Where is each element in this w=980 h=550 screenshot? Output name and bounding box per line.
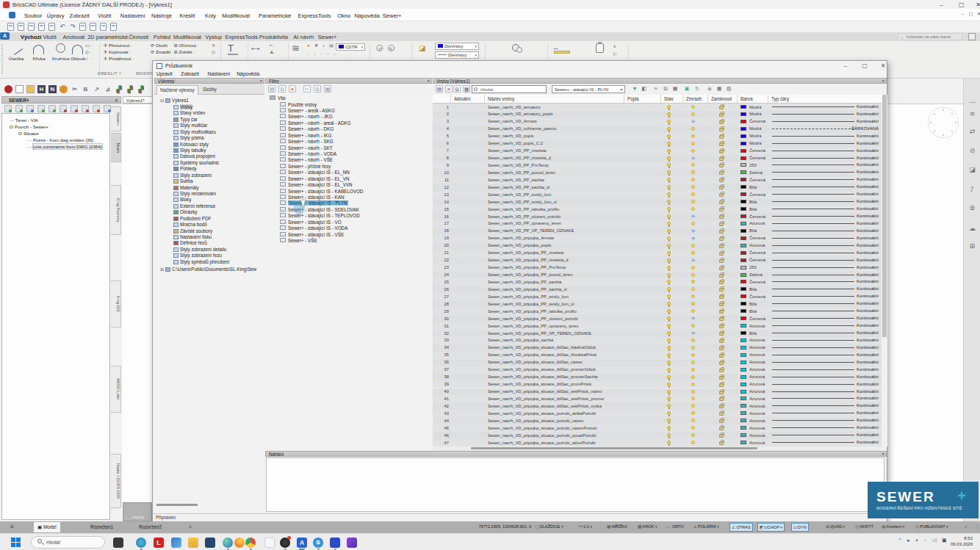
- windows-start-button[interactable]: [11, 538, 21, 547]
- save-h-icon[interactable]: H: [37, 85, 46, 93]
- freeze-sun-icon[interactable]: [691, 302, 695, 305]
- layout-tab-model[interactable]: ▣ Model: [34, 522, 60, 532]
- tree-item-stylyzobrazenezu[interactable]: Styly zobrazení řezu: [173, 253, 222, 258]
- taskbar-icon-l-red-app[interactable]: L: [154, 538, 164, 548]
- color-swatch[interactable]: [741, 397, 746, 400]
- more-dots-icon[interactable]: ⋮: [976, 523, 980, 532]
- filter-item-8[interactable]: Sewer+ - návrh - VODA: [280, 151, 336, 156]
- cloud-icon[interactable]: ☁: [967, 224, 978, 233]
- layer-row[interactable]: 2Sewer_navrh_VD_armatury_popisModráKonti…: [433, 111, 882, 118]
- layer-row[interactable]: 11Sewer_navrh_VD_PP_sachtaČervenáKontinu…: [433, 176, 882, 184]
- tool-polygon[interactable]: ○ ·: [85, 56, 91, 61]
- status-bulb-icon[interactable]: [667, 251, 671, 255]
- layer-row[interactable]: 22Sewer_navrh_VD_pripojka_PP_niveleta_d✳…: [433, 257, 882, 264]
- view-compass[interactable]: [928, 107, 959, 138]
- arrows-icon[interactable]: ⇄: [967, 127, 978, 136]
- tool-oříznout[interactable]: ⧉ Oříznout ·: [174, 43, 199, 48]
- layer-row[interactable]: 15Sewer_navrh_VD_PP_tabulka_profiluBíláK…: [433, 206, 882, 213]
- lock-icon[interactable]: [719, 441, 724, 445]
- tool-přesunout[interactable]: ✛ Přesunout ·: [104, 43, 132, 48]
- lock-icon[interactable]: [719, 281, 724, 284]
- tree-item-datovpropojen[interactable]: Datová propojení: [173, 153, 215, 159]
- color-swatch[interactable]: [741, 433, 746, 437]
- side-tab-kinggis[interactable]: King GIS: [111, 281, 121, 328]
- status-bulb-icon[interactable]: [667, 302, 671, 305]
- freeze-sun-icon[interactable]: [691, 361, 695, 364]
- menu-nastaven[interactable]: Nastavení: [120, 12, 145, 19]
- freeze-sun-icon[interactable]: [691, 163, 695, 167]
- layer-row[interactable]: 43Sewer_navrh_VD_pripojka_situace_potrub…: [433, 410, 882, 417]
- print-icon[interactable]: [48, 23, 55, 31]
- filter-item-19[interactable]: Sewer+ - stávající IS - VO: [280, 220, 342, 225]
- publish-icon[interactable]: [60, 85, 68, 93]
- color-swatch[interactable]: [741, 112, 746, 116]
- menu-okno[interactable]: Okno: [337, 12, 350, 19]
- status-bulb-icon[interactable]: [667, 390, 671, 394]
- freeze-snowflake-icon[interactable]: ✳: [691, 236, 696, 240]
- column-header-0[interactable]: Aktuální: [454, 96, 471, 101]
- color-swatch[interactable]: [741, 251, 746, 255]
- lock-icon[interactable]: [719, 113, 724, 117]
- toggle-uchop[interactable]: ◩UCHOP ▾: [757, 523, 785, 532]
- color-swatch[interactable]: [741, 120, 746, 123]
- clipboard-icon[interactable]: [596, 43, 604, 53]
- color-swatch[interactable]: [741, 244, 746, 247]
- status-bulb-icon[interactable]: [667, 258, 671, 262]
- tool-kopírovat[interactable]: ✛ Kopírovat ·: [104, 49, 131, 54]
- color-swatch[interactable]: [741, 324, 746, 328]
- menu-parametrick[interactable]: Parametrické: [259, 12, 291, 19]
- tree-item-stylymultiodkazu[interactable]: Styly multiodkazu: [173, 129, 216, 134]
- undo-icon[interactable]: ↶: [58, 22, 67, 31]
- layer-row[interactable]: 28Sewer_navrh_VD_pripojka_PP_svisly_lom_…: [433, 300, 882, 308]
- taskbar-icon-save-app[interactable]: [330, 538, 340, 548]
- tree-root-path[interactable]: ⊞ C:\Users\Public\Documents\SL-King\Sew: [160, 267, 256, 272]
- layers-icon[interactable]: ≋: [967, 109, 978, 118]
- save-all-icon[interactable]: [38, 23, 45, 31]
- filter-icon[interactable]: ▼: [631, 85, 638, 93]
- layer-on-icon[interactable]: ●: [307, 43, 310, 48]
- color-swatch[interactable]: [741, 353, 746, 357]
- color-swatch[interactable]: [741, 170, 746, 174]
- layer-tool-1[interactable]: ◔: [313, 51, 316, 57]
- freeze-sun-icon[interactable]: [691, 112, 695, 116]
- doc-restore-icon[interactable]: ▢: [968, 12, 973, 17]
- layer-row[interactable]: 23Sewer_navrh_VD_pripojka_PP_ProTemp253K…: [433, 264, 882, 272]
- color-swatch[interactable]: [741, 134, 746, 138]
- color-swatch[interactable]: [741, 266, 746, 269]
- divider-icon[interactable]: —: [967, 98, 978, 106]
- tool-protáhnout[interactable]: ✛ Protáhnout ·: [104, 56, 134, 61]
- dialog-close-icon[interactable]: ✕: [879, 62, 887, 69]
- toggle-orto[interactable]: ∟ORTO: [667, 523, 684, 532]
- lock-icon[interactable]: [719, 288, 724, 292]
- tree-root-vykres1[interactable]: ⊟ Výkres1: [160, 98, 189, 103]
- panel-tool-8[interactable]: [93, 105, 100, 112]
- panel-tool-7[interactable]: [82, 105, 89, 112]
- fx-icon[interactable]: ƒ: [967, 184, 978, 193]
- filter-item-22[interactable]: Sewer+ - VŠE: [280, 238, 317, 243]
- tree-item-bloky[interactable]: Bloky: [173, 197, 191, 202]
- menu-soubor[interactable]: Soubor: [24, 12, 42, 19]
- color-swatch[interactable]: [741, 331, 746, 335]
- tree-item-podloenpdf[interactable]: Podložení PDF: [173, 216, 211, 221]
- status-bulb-icon[interactable]: [667, 426, 671, 430]
- layer-row[interactable]: 26Sewer_navrh_VD_pripojka_PP_sachta_vlBí…: [433, 286, 882, 293]
- tree-item-stavyvrstev[interactable]: Stavy vrstev: [173, 110, 205, 115]
- color-swatch[interactable]: [741, 207, 746, 211]
- lock-icon[interactable]: [719, 267, 724, 270]
- layer-freeze-icon[interactable]: ◑: [322, 43, 325, 48]
- tool-ellipse[interactable]: ◇ ·: [85, 49, 92, 54]
- freeze-sun-icon[interactable]: [691, 280, 695, 283]
- tab-modifikovat[interactable]: Modifikovat: [173, 34, 201, 40]
- status-bulb-icon[interactable]: [667, 294, 671, 298]
- lock-icon[interactable]: [719, 171, 724, 175]
- tab-nactene-vykresy[interactable]: Načtené výkresy: [156, 85, 198, 95]
- menu-expresstools[interactable]: ExpressTools: [298, 12, 331, 19]
- layer-row[interactable]: 24Sewer_navrh_VD_pripojka_PP_puvod_teren…: [433, 272, 882, 279]
- layer-tool-4[interactable]: ◔: [333, 51, 336, 57]
- status-bulb-icon[interactable]: [667, 280, 671, 283]
- layer-row[interactable]: 37Sewer_navrh_VD_pripojka_situace_tblSac…: [433, 366, 882, 374]
- filter-item-14[interactable]: Sewer+ - stávající IS - KABELOVOD: [280, 189, 363, 194]
- tree-item-stylyrenderovn[interactable]: Styly renderování: [173, 191, 216, 196]
- status-bulb-icon[interactable]: [667, 383, 671, 386]
- copy-icon[interactable]: [90, 23, 96, 31]
